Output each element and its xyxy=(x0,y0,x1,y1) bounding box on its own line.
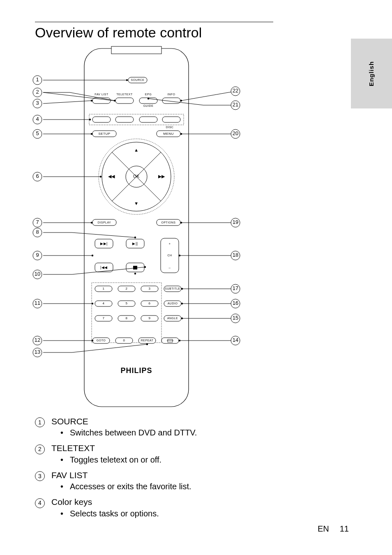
svg-text:8: 8 xyxy=(36,229,39,235)
svg-text:2: 2 xyxy=(36,89,39,95)
svg-text:7: 7 xyxy=(103,316,105,320)
language-tab: English xyxy=(351,39,392,108)
svg-text:▶||: ▶|| xyxy=(132,242,138,246)
svg-text:▶▶: ▶▶ xyxy=(158,174,166,179)
svg-rect-11 xyxy=(115,98,134,104)
svg-line-152 xyxy=(181,91,235,101)
svg-rect-21 xyxy=(115,117,134,122)
desc-term-2: TELETEXT xyxy=(51,442,95,454)
svg-text:GOTO: GOTO xyxy=(97,339,106,342)
svg-text:OPTIONS: OPTIONS xyxy=(161,221,175,224)
top-rule xyxy=(35,22,273,22)
desc-item-4: 4 Color keys • Selects tasks or options. xyxy=(35,496,273,519)
svg-text:▼: ▼ xyxy=(134,201,138,206)
svg-text:DISC: DISC xyxy=(166,126,174,129)
page-footer: EN 11 xyxy=(318,524,349,534)
svg-text:1: 1 xyxy=(36,76,39,83)
svg-rect-20 xyxy=(92,117,111,122)
callout-circles-left: 1 2 3 4 5 6 7 8 9 10 11 12 13 xyxy=(33,76,42,357)
page-title: Overview of remote control xyxy=(35,25,202,41)
svg-text:10: 10 xyxy=(35,271,40,277)
svg-text:GUIDE: GUIDE xyxy=(143,104,154,107)
svg-text:18: 18 xyxy=(233,252,238,258)
svg-text:8: 8 xyxy=(126,316,128,320)
language-tab-label: English xyxy=(368,61,375,86)
svg-text:SETUP: SETUP xyxy=(98,132,110,136)
svg-text:◀◀: ◀◀ xyxy=(108,174,115,179)
svg-text:MENU: MENU xyxy=(163,132,174,136)
footer-page-number: 11 xyxy=(340,524,349,534)
svg-text:14: 14 xyxy=(233,337,238,343)
svg-text:EPG: EPG xyxy=(145,93,152,96)
svg-point-62 xyxy=(134,273,136,274)
svg-text:FAV LIST: FAV LIST xyxy=(95,93,108,96)
callout-circles-right: 22 21 20 19 18 17 16 15 14 xyxy=(231,87,240,345)
svg-text:3: 3 xyxy=(149,287,151,290)
svg-text:+: + xyxy=(168,242,171,246)
desc-num-1: 1 xyxy=(35,417,45,427)
svg-text:REPEAT: REPEAT xyxy=(141,339,154,342)
desc-text-2: Toggles teletext on or off. xyxy=(70,454,161,465)
svg-text:▶▶|: ▶▶| xyxy=(100,242,108,246)
brand-label: PHILIPS xyxy=(120,366,152,375)
svg-text:6: 6 xyxy=(149,302,151,305)
svg-text:4: 4 xyxy=(103,302,105,305)
svg-rect-22 xyxy=(139,117,157,122)
desc-text-4: Selects tasks or options. xyxy=(70,508,159,519)
bullet-icon: • xyxy=(60,427,63,438)
svg-text:4: 4 xyxy=(36,116,39,122)
svg-text:6: 6 xyxy=(36,173,39,179)
desc-text-3: Accesses or exits the favorite list. xyxy=(70,481,191,492)
svg-text:DISPLAY: DISPLAY xyxy=(98,221,111,224)
svg-text:15: 15 xyxy=(233,315,238,321)
bullet-icon: • xyxy=(60,508,63,519)
svg-text:TELETEXT: TELETEXT xyxy=(116,93,133,96)
svg-text:9: 9 xyxy=(36,252,39,258)
svg-text:12: 12 xyxy=(35,337,40,343)
svg-text:INFO: INFO xyxy=(168,93,175,96)
svg-text:1: 1 xyxy=(103,287,105,290)
desc-item-3: 3 FAV LIST • Accesses or exits the favor… xyxy=(35,470,273,492)
svg-rect-56 xyxy=(133,266,137,269)
svg-text:9: 9 xyxy=(149,316,151,320)
bullet-icon: • xyxy=(60,481,63,492)
desc-item-1: 1 SOURCE • Switches between DVD and DTTV… xyxy=(35,416,273,438)
svg-text:13: 13 xyxy=(35,349,40,355)
svg-text:7: 7 xyxy=(36,219,39,225)
svg-text:21: 21 xyxy=(233,101,238,108)
svg-text:SUBTITLE: SUBTITLE xyxy=(165,287,180,290)
svg-text:–: – xyxy=(169,266,171,269)
desc-text-1: Switches between DVD and DTTV. xyxy=(70,427,197,438)
svg-text:ANGLE: ANGLE xyxy=(167,317,178,320)
svg-text:2: 2 xyxy=(126,287,128,290)
remote-diagram: SOURCE FAV LIST TELETEXT EPG INFO GUIDE xyxy=(31,45,249,411)
svg-text:0: 0 xyxy=(123,339,125,342)
svg-text:20: 20 xyxy=(233,130,238,136)
desc-term-4: Color keys xyxy=(51,496,92,508)
svg-text:|◀◀: |◀◀ xyxy=(100,265,108,269)
svg-text:5: 5 xyxy=(36,130,39,136)
desc-term-1: SOURCE xyxy=(51,416,88,427)
svg-text:22: 22 xyxy=(233,88,238,94)
desc-num-3: 3 xyxy=(35,471,45,481)
svg-text:17: 17 xyxy=(233,285,238,291)
svg-text:16: 16 xyxy=(233,300,238,306)
svg-rect-2 xyxy=(111,46,161,54)
svg-rect-23 xyxy=(162,117,180,122)
desc-term-3: FAV LIST xyxy=(51,470,88,481)
desc-num-4: 4 xyxy=(35,498,45,508)
svg-text:CH: CH xyxy=(167,254,172,257)
svg-text:▲: ▲ xyxy=(134,147,138,152)
source-button: SOURCE xyxy=(126,77,147,83)
svg-text:19: 19 xyxy=(233,219,238,225)
bullet-icon: • xyxy=(60,454,63,465)
svg-text:3: 3 xyxy=(36,100,39,106)
svg-text:11: 11 xyxy=(35,300,40,306)
desc-num-2: 2 xyxy=(35,444,45,454)
svg-point-5 xyxy=(126,79,128,81)
svg-text:SOURCE: SOURCE xyxy=(131,78,145,81)
dpad: OK ▲ ▼ ◀◀ ▶▶ xyxy=(99,139,174,214)
description-list: 1 SOURCE • Switches between DVD and DTTV… xyxy=(35,416,273,523)
svg-text:5: 5 xyxy=(126,302,128,305)
footer-lang: EN xyxy=(318,524,329,534)
